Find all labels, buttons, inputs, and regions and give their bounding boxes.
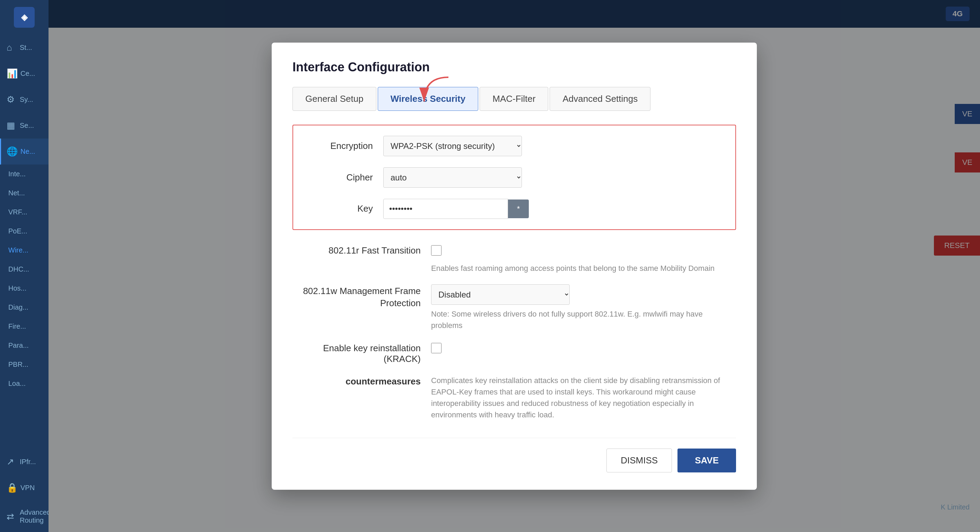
countermeasures-label: countermeasures (293, 375, 431, 387)
sidebar: ◈ ⌂ St... 📊 Ce... ⚙ Sy... ▦ Se... 🌐 Ne..… (0, 0, 49, 532)
modal-title: Interface Configuration (293, 60, 736, 75)
tab-wireless-security[interactable]: Wireless Security (378, 87, 479, 111)
sidebar-sub-load[interactable]: Loa... (0, 374, 49, 393)
krack-content (431, 341, 736, 355)
tab-mac-filter[interactable]: MAC-Filter (480, 87, 548, 111)
mgmt-frame-content: Disabled Optional Required Note: Some wi… (431, 284, 736, 331)
countermeasures-help: Complicates key reinstallation attacks o… (431, 375, 736, 421)
sidebar-sub-diag[interactable]: Diag... (0, 298, 49, 317)
network-icon: 🌐 (6, 146, 18, 157)
sidebar-label-status: St... (20, 44, 32, 52)
sidebar-label-vpn: VPN (21, 484, 35, 492)
fast-transition-content: Enables fast roaming among access points… (431, 244, 736, 274)
encryption-select[interactable]: WPA2-PSK (strong security) None WPA-PSK … (383, 136, 522, 156)
main-content: 4G VE VE RESET K Limited Interface Confi… (49, 0, 980, 532)
fast-transition-label: 802.11r Fast Transition (293, 244, 431, 256)
sidebar-label-advanced-routing: Advanced Routing (20, 508, 51, 524)
cipher-row: Cipher auto CCMP (AES) TKIP (307, 167, 721, 188)
sidebar-item-advanced-routing[interactable]: ⇄ Advanced Routing (0, 501, 49, 532)
sidebar-sub-hosts[interactable]: Hos... (0, 279, 49, 298)
mgmt-frame-label: 802.11w Management Frame Protection (293, 284, 431, 309)
krack-checkbox[interactable] (431, 343, 441, 353)
save-button[interactable]: SAVE (678, 448, 736, 472)
sidebar-sub-para[interactable]: Para... (0, 336, 49, 355)
share-icon: ↗ (6, 456, 17, 467)
modal-footer: DISMISS SAVE (293, 438, 736, 472)
sidebar-item-network[interactable]: 🌐 Ne... (0, 138, 49, 165)
sidebar-item-services[interactable]: ▦ Se... (0, 113, 49, 138)
sidebar-item-system[interactable]: ⚙ Sy... (0, 87, 49, 113)
sidebar-label-system: Sy... (20, 95, 33, 103)
cipher-label: Cipher (307, 172, 383, 183)
central-icon: 📊 (6, 68, 18, 79)
sidebar-label-services: Se... (20, 122, 34, 130)
sidebar-label-network: Ne... (21, 148, 35, 156)
sidebar-sub-fire[interactable]: Fire... (0, 317, 49, 336)
modal-dialog: Interface Configuration General Setup Wi… (272, 43, 757, 490)
sidebar-sub-dhcp[interactable]: DHC... (0, 260, 49, 279)
mgmt-frame-select[interactable]: Disabled Optional Required (431, 284, 570, 305)
system-icon: ⚙ (6, 94, 17, 105)
sidebar-item-status[interactable]: ⌂ St... (0, 35, 49, 60)
app-logo: ◈ (14, 7, 35, 28)
key-toggle-button[interactable]: * (508, 200, 529, 218)
mgmt-frame-row: 802.11w Management Frame Protection Disa… (293, 284, 736, 331)
routing-icon: ⇄ (6, 511, 17, 522)
fast-transition-row: 802.11r Fast Transition Enables fast roa… (293, 244, 736, 274)
sidebar-sub-network[interactable]: Net... (0, 184, 49, 203)
lock-icon: 🔒 (6, 483, 18, 493)
encryption-label: Encryption (307, 141, 383, 151)
tab-advanced-settings[interactable]: Advanced Settings (550, 87, 651, 111)
status-icon: ⌂ (6, 42, 17, 53)
encryption-row: Encryption WPA2-PSK (strong security) No… (307, 136, 721, 156)
security-form-section: Encryption WPA2-PSK (strong security) No… (293, 125, 736, 230)
sidebar-item-vpn[interactable]: 🔒 VPN (0, 475, 49, 501)
sidebar-item-central[interactable]: 📊 Ce... (0, 60, 49, 87)
dismiss-button[interactable]: DISMISS (606, 448, 672, 472)
key-input[interactable] (383, 199, 508, 219)
cipher-select[interactable]: auto CCMP (AES) TKIP (383, 167, 522, 188)
key-label: Key (307, 203, 383, 214)
tabs-container: General Setup Wireless Security MAC-Filt… (293, 87, 736, 111)
key-row: Key * (307, 199, 721, 219)
krack-row: Enable key reinstallation (KRACK) (293, 341, 736, 364)
sidebar-sub-wireless[interactable]: Wire... (0, 241, 49, 260)
countermeasures-row: countermeasures Complicates key reinstal… (293, 375, 736, 421)
sidebar-sub-vrf[interactable]: VRF... (0, 203, 49, 222)
key-input-wrapper: * (383, 199, 529, 219)
fast-transition-checkbox[interactable] (431, 245, 441, 256)
fast-transition-help: Enables fast roaming among access points… (431, 262, 736, 274)
sidebar-label-ipfrag: IPfr... (20, 458, 36, 466)
tab-general-setup[interactable]: General Setup (293, 87, 376, 111)
krack-label: Enable key reinstallation (KRACK) (293, 341, 431, 364)
sidebar-item-ipfrag[interactable]: ↗ IPfr... (0, 449, 49, 475)
sidebar-label-central: Ce... (21, 70, 35, 78)
services-icon: ▦ (6, 120, 17, 131)
modal-overlay: Interface Configuration General Setup Wi… (49, 0, 980, 532)
sidebar-sub-interfaces[interactable]: Inte... (0, 165, 49, 184)
countermeasures-content: Complicates key reinstallation attacks o… (431, 375, 736, 421)
sidebar-sub-pbr[interactable]: PBR... (0, 355, 49, 374)
sidebar-sub-poe[interactable]: PoE... (0, 222, 49, 241)
mgmt-frame-help: Note: Some wireless drivers do not fully… (431, 308, 736, 331)
mgmt-frame-sublabel: Protection (293, 298, 421, 309)
mgmt-frame-title: 802.11w Management Frame (293, 286, 421, 297)
